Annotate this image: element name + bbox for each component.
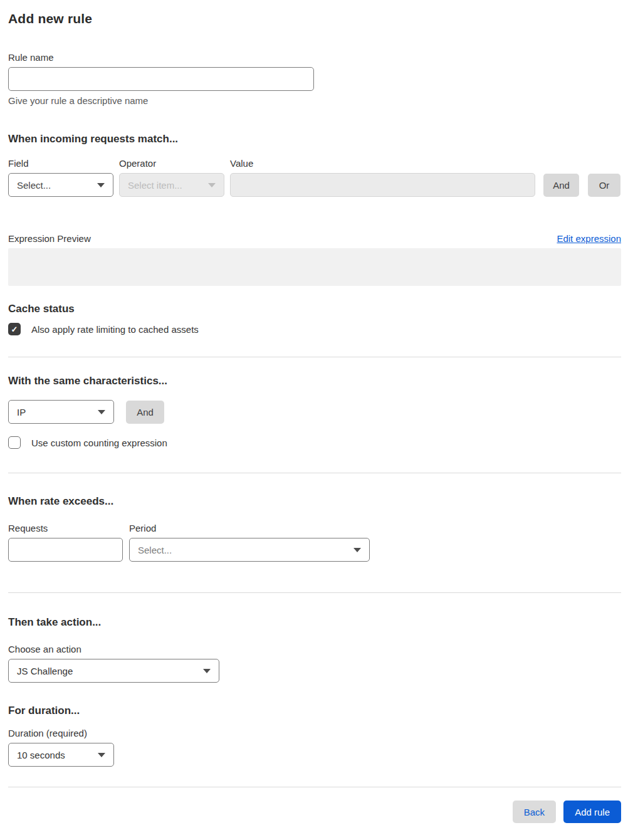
cached-assets-checkbox[interactable]: ✓: [8, 323, 21, 335]
field-column: Field Select...: [8, 158, 113, 197]
back-button[interactable]: Back: [513, 801, 556, 823]
period-label: Period: [129, 523, 370, 533]
field-select[interactable]: Select...: [8, 173, 113, 197]
section-heading-duration: For duration...: [8, 705, 621, 717]
action-group: Choose an action JS Challenge: [8, 644, 621, 683]
section-heading-characteristics: With the same characteristics...: [8, 375, 621, 387]
custom-counting-checkbox[interactable]: [8, 436, 21, 449]
edit-expression-link[interactable]: Edit expression: [557, 233, 621, 244]
chevron-down-icon: [353, 548, 361, 552]
and-button[interactable]: And: [543, 174, 579, 197]
rule-name-label: Rule name: [8, 52, 621, 63]
chevron-down-icon: [208, 183, 216, 187]
divider: [8, 473, 621, 473]
value-label: Value: [230, 158, 535, 169]
section-heading-match: When incoming requests match...: [8, 133, 621, 145]
add-rule-form: Add new rule Rule name Give your rule a …: [0, 0, 628, 831]
cached-assets-label: Also apply rate limiting to cached asset…: [31, 324, 199, 335]
field-select-value: Select...: [17, 180, 51, 191]
characteristic-and-button[interactable]: And: [126, 401, 164, 424]
or-button[interactable]: Or: [588, 174, 620, 197]
value-column: Value: [230, 158, 535, 197]
period-select[interactable]: Select...: [129, 538, 370, 562]
operator-column: Operator Select item...: [119, 158, 224, 197]
chevron-down-icon: [98, 410, 105, 414]
section-heading-action: Then take action...: [8, 616, 621, 629]
duration-select[interactable]: 10 seconds: [8, 743, 114, 767]
divider: [8, 357, 621, 357]
value-input: [230, 173, 535, 197]
section-heading-rate: When rate exceeds...: [8, 495, 621, 508]
operator-label: Operator: [119, 158, 224, 169]
expression-preview-label: Expression Preview: [8, 233, 91, 244]
action-select[interactable]: JS Challenge: [8, 659, 219, 683]
expression-preview-box: [8, 248, 621, 286]
expression-preview-header: Expression Preview Edit expression: [8, 233, 621, 244]
section-heading-cache-status: Cache status: [8, 303, 621, 315]
characteristic-select[interactable]: IP: [8, 400, 114, 424]
action-label: Choose an action: [8, 644, 621, 654]
chevron-down-icon: [98, 753, 105, 757]
chevron-down-icon: [203, 669, 211, 673]
rule-name-helper: Give your rule a descriptive name: [8, 95, 621, 106]
field-label: Field: [8, 158, 113, 169]
page-title: Add new rule: [8, 11, 621, 26]
operator-select: Select item...: [119, 173, 224, 197]
rule-name-input[interactable]: [8, 67, 314, 91]
rate-row: Requests Period Select...: [8, 523, 621, 562]
duration-group: Duration (required) 10 seconds: [8, 728, 621, 767]
chevron-down-icon: [97, 183, 105, 187]
divider: [8, 592, 621, 593]
duration-select-value: 10 seconds: [17, 750, 65, 760]
duration-label: Duration (required): [8, 728, 621, 738]
custom-counting-label: Use custom counting expression: [31, 438, 167, 448]
action-select-value: JS Challenge: [17, 666, 73, 676]
custom-counting-checkbox-row: Use custom counting expression: [8, 436, 621, 449]
period-column: Period Select...: [129, 523, 370, 562]
rule-name-group: Rule name Give your rule a descriptive n…: [8, 52, 621, 106]
characteristic-select-value: IP: [17, 407, 26, 417]
characteristics-row: IP And: [8, 400, 621, 424]
form-footer: Back Add rule: [8, 801, 621, 823]
add-rule-button[interactable]: Add rule: [563, 801, 621, 823]
requests-input[interactable]: [8, 538, 123, 562]
requests-column: Requests: [8, 523, 123, 562]
operator-select-value: Select item...: [128, 180, 182, 191]
match-condition-row: Field Select... Operator Select item... …: [8, 158, 621, 197]
requests-label: Requests: [8, 523, 123, 533]
check-icon: ✓: [11, 325, 18, 333]
cached-assets-checkbox-row: ✓ Also apply rate limiting to cached ass…: [8, 323, 621, 335]
divider: [8, 787, 621, 787]
period-select-value: Select...: [138, 545, 172, 555]
